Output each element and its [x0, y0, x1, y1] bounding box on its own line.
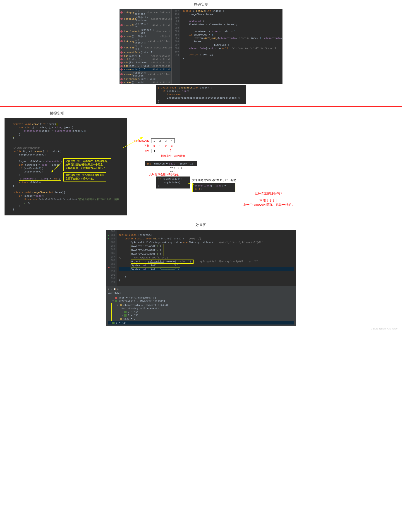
- ide-panel-1: isEmpty(): boolean↑AbstractCollectioncon…: [120, 9, 282, 84]
- method-item-indexOf[interactable]: indexOf(Object): int↑AbstractList: [120, 22, 171, 28]
- method-icon: [121, 58, 123, 60]
- array-cell: 3: [163, 139, 169, 143]
- rangecheck-snippet: private void rangeCheck(int index) { if …: [156, 85, 246, 104]
- method-icon: [121, 46, 123, 49]
- result-code[interactable]: public class TestDemo3 { public static v…: [117, 230, 296, 286]
- code-area-1[interactable]: public E remove(int index) { rangeCheck(…: [180, 9, 282, 84]
- method-icon: [121, 78, 123, 80]
- index-label: 1: [157, 145, 163, 147]
- method-icon: [121, 11, 123, 13]
- method-item-remove[interactable]: remove(Object): boolean↑AbstractCollecti…: [120, 71, 171, 77]
- method-list[interactable]: isEmpty(): boolean↑AbstractCollectioncon…: [120, 9, 172, 84]
- method-icon: [121, 35, 123, 38]
- watermark: CSDN @Dark And Grey: [0, 326, 402, 331]
- box-elementdata: ∨elementData = {Object[10]@494} Not show…: [111, 303, 294, 321]
- sim-code-panel[interactable]: private void copy1(int index){ for (int …: [5, 118, 127, 215]
- method-item-remove[interactable]: remove(int): E↑AbstractList: [120, 68, 171, 71]
- method-item-set[interactable]: set(int, E): E↑AbstractList: [120, 57, 171, 61]
- method-item-add[interactable]: add(E): boolean↑AbstractList: [120, 61, 171, 64]
- method-item-lastIndexOf[interactable]: lastIndexOf(Object): int↑AbstractList: [120, 28, 171, 35]
- index-label: 2: [163, 145, 169, 147]
- method-item-contains[interactable]: contains(Object): boolean↑AbstractCollec…: [120, 16, 171, 22]
- note-2: 但是如果这句代码写在if语句的里面 它是不会进入 if 语句中的。: [63, 172, 106, 182]
- divider-2: [0, 218, 402, 218]
- highlighted-inner-null: elementData[--size] = null;: [192, 183, 236, 192]
- box-remove-calls: Object o = myArrayList.remove( index: 1)…: [131, 260, 193, 264]
- line-gutter: 4974984995005015025035045055065075085095…: [172, 9, 180, 84]
- method-item-add[interactable]: add(int, E): void↑AbstractList: [120, 64, 171, 68]
- highlighted-null-assign: elementData[--size] = null;: [19, 177, 61, 181]
- method-item-isEmpty[interactable]: isEmpty(): boolean↑AbstractCollection: [120, 9, 171, 16]
- method-icon: [121, 65, 123, 67]
- method-icon: [121, 68, 123, 71]
- method-icon: [121, 82, 123, 84]
- index-label: 3: [169, 145, 175, 147]
- method-icon: [121, 62, 123, 64]
- section1-title: 原码实现: [0, 0, 402, 9]
- array-cell: 2: [157, 139, 163, 143]
- diagram-panel: elementData 1234 下标 0123 size 4 ⇧ 删除这个下标…: [131, 118, 397, 207]
- method-item-toArray[interactable]: toArray(): Object[]↑AbstractCollection: [120, 38, 171, 44]
- section3-title: 效果图: [0, 220, 402, 230]
- debugger-variables[interactable]: ▦ ↗ 📋 ⚙ Variables args = {String[0]@490}…: [106, 286, 296, 326]
- array-cell: 4: [169, 139, 175, 143]
- note-1: 记住这句代码一定要放在if语句的外面。 如果我们刚好想删除最后一个元素， 直接将…: [63, 158, 111, 171]
- method-item-clone[interactable]: clone(): Object↑Object: [120, 35, 171, 38]
- index-label: 0: [151, 145, 157, 147]
- arrow-up-icon: ⇧: [169, 150, 172, 152]
- array-cell: 1: [151, 139, 157, 143]
- method-item-get[interactable]: get(int): E↑AbstractList: [120, 54, 171, 57]
- method-item-elementData[interactable]: elementData(int): E: [120, 51, 171, 54]
- section2-title: 模拟实现: [0, 109, 402, 118]
- result-panel: 180▶ 181▶ 182183184185186187188189● 1901…: [106, 230, 296, 326]
- method-icon: [121, 73, 123, 75]
- method-icon: [121, 18, 123, 20]
- method-item-clear[interactable]: clear(): void↑AbstractList: [120, 81, 171, 84]
- box-add-calls: myArrayList.add("1");: [131, 244, 163, 248]
- method-icon: [121, 30, 123, 32]
- method-icon: [121, 55, 123, 57]
- method-item-toArray[interactable]: toArray(T[]): T[]↑AbstractCollection: [120, 44, 171, 51]
- method-item-fastRemove[interactable]: fastRemove(int): void: [120, 77, 171, 81]
- method-icon: [121, 40, 123, 42]
- method-icon: [121, 51, 123, 54]
- method-icon: [121, 24, 123, 26]
- divider-1: [0, 106, 402, 107]
